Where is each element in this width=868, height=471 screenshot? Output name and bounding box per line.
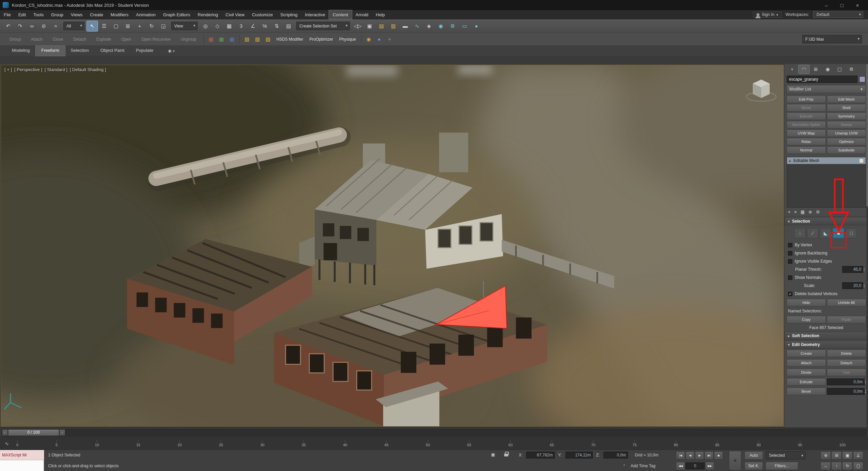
frame-tick[interactable]: 95 (798, 441, 802, 447)
close-button[interactable]: Close (48, 36, 68, 43)
field-of-view-icon[interactable]: ∠ (853, 451, 863, 459)
frame-tick[interactable]: 85 (715, 441, 719, 447)
object-name-field[interactable]: escape_granary (787, 76, 857, 83)
selection-rollout-header[interactable]: Selection (785, 217, 868, 225)
schematic-view-icon[interactable]: ◈ (423, 21, 434, 31)
viewport-menu-general[interactable]: [ + ] (4, 67, 12, 72)
spinner-arrows[interactable] (864, 284, 865, 288)
maxscript-mini-listener[interactable]: MAXScript Mi (0, 450, 44, 460)
attach-button[interactable]: Attach (26, 36, 47, 43)
shell-button[interactable]: Shell (827, 104, 866, 111)
key-filters-button[interactable]: Filters... (766, 462, 798, 470)
relax-button[interactable]: Relax (787, 138, 826, 145)
material-editor-icon[interactable]: ◉ (435, 21, 446, 31)
visibility-toggle-icon[interactable] (860, 159, 863, 163)
unhide-all-button[interactable]: Unhide All (827, 299, 866, 306)
viewport-menu-pov[interactable]: [ Perspective ] (14, 67, 42, 72)
selection-set-dropdown[interactable]: Create Selection Set (296, 22, 350, 30)
spinner-snap-icon[interactable]: ⇅ (271, 21, 282, 31)
remove-modifier-icon[interactable]: ⊗ (808, 209, 812, 214)
minimize-button[interactable]: – (818, 0, 834, 10)
bevel-amount-field[interactable]: 0,0m (827, 388, 865, 395)
frame-tick[interactable]: 40 (343, 441, 347, 447)
show-normals-checkbox[interactable] (788, 275, 792, 280)
use-pivot-center-icon[interactable]: ◎ (200, 21, 211, 31)
utilities-tab-icon[interactable]: ⚙ (846, 65, 857, 74)
menu-item[interactable]: Tools (29, 10, 47, 19)
spinner-arrows[interactable] (865, 389, 866, 393)
frame-tick[interactable]: 70 (591, 441, 595, 447)
by-vertex-checkbox[interactable] (788, 243, 792, 247)
modifier-icon-1[interactable]: ▦ (206, 35, 216, 44)
z-coordinate-field[interactable]: 0,0m (604, 452, 628, 458)
character-icon[interactable]: ◉ (364, 35, 373, 44)
modifier-icon-2[interactable]: ▦ (217, 35, 226, 44)
extrude-modifier-button[interactable]: Extrude (787, 112, 826, 120)
frame-tick[interactable]: 75 (633, 441, 637, 447)
frame-tick[interactable]: 15 (136, 441, 140, 447)
maximize-viewport-icon[interactable]: ▢ (853, 462, 863, 470)
menu-item[interactable]: Content (329, 10, 352, 19)
set-key-button[interactable]: Set K. (745, 462, 763, 470)
vertex-subobject-button[interactable]: ∴ (794, 228, 806, 238)
frame-tick[interactable]: 25 (219, 441, 223, 447)
previous-frame-nub[interactable]: ‹ (2, 429, 8, 436)
configure-modifier-sets-icon[interactable]: ⚙ (816, 209, 820, 214)
select-and-move-icon[interactable]: + (134, 21, 145, 31)
perspective-viewport[interactable]: [ + ] [ Perspective ] [ Standard ] [ Def… (1, 65, 784, 427)
frame-tick[interactable]: 90 (756, 441, 761, 447)
menu-item[interactable]: Interactive (301, 10, 329, 19)
frame-tick[interactable]: 100 (839, 441, 845, 447)
spinner-arrows[interactable] (864, 267, 865, 271)
menu-item[interactable]: Help (372, 10, 389, 19)
frame-tick[interactable]: 35 (302, 441, 306, 447)
optimize-button[interactable]: Optimize (827, 138, 866, 145)
edit-geometry-rollout-header[interactable]: Edit Geometry (785, 341, 868, 349)
modifier-icon-3[interactable]: ▦ (228, 35, 237, 44)
stack-item-editable-mesh[interactable]: ▸ Editable Mesh (787, 157, 866, 164)
normal-button[interactable]: Normal (787, 146, 826, 154)
explode-button[interactable]: Explode (92, 36, 116, 43)
maxscript-listener-line[interactable] (0, 460, 44, 471)
object-color-swatch[interactable] (859, 76, 865, 82)
face-subobject-button[interactable]: ◣ (820, 228, 831, 238)
detach-button[interactable]: Detach (68, 36, 91, 43)
zoom-all-icon[interactable]: ⊞ (831, 451, 842, 459)
undo-icon[interactable]: ↶ (3, 21, 14, 31)
next-frame-nub[interactable]: › (59, 429, 65, 436)
create-button[interactable]: Create (787, 350, 826, 357)
set-keys-button[interactable]: + (729, 451, 741, 470)
close-button[interactable]: × (850, 0, 865, 10)
attach-geometry-button[interactable]: Attach (787, 359, 826, 367)
symmetry-button[interactable]: Symmetry (827, 112, 866, 120)
edit-poly-button[interactable]: Edit Poly (787, 96, 826, 103)
menu-item[interactable]: Group (47, 10, 67, 19)
menu-item[interactable]: Graph Editors (159, 10, 194, 19)
menu-item[interactable]: Arnold (352, 10, 372, 19)
frame-tick[interactable]: 5 (56, 441, 58, 447)
render-setup-icon[interactable]: ⚙ (447, 21, 458, 31)
frame-tick[interactable]: 10 (95, 441, 99, 447)
pin-stack-icon[interactable]: ⌖ (788, 209, 790, 215)
viewport-3d-scene[interactable] (1, 65, 784, 426)
scene-explorer-icon[interactable]: ▤ (376, 21, 387, 31)
auto-key-button[interactable]: Auto (745, 451, 763, 459)
workspace-select[interactable]: Default (813, 11, 863, 18)
previous-frame-button[interactable]: ◀ (686, 451, 694, 459)
previous-key-button[interactable]: ◀◀ (676, 462, 685, 470)
element-subobject-button[interactable]: □ (846, 228, 857, 238)
menu-item[interactable]: Animation (132, 10, 159, 19)
align-icon[interactable]: ▣ (364, 21, 375, 31)
snaps-toggle-icon[interactable]: 3 (236, 21, 246, 31)
polygon-subobject-button[interactable]: ■ (833, 228, 844, 238)
rendered-frame-icon[interactable]: ▭ (459, 21, 470, 31)
zoom-extents-icon[interactable]: ▣ (842, 451, 852, 459)
menu-item[interactable]: Civil View (222, 10, 248, 19)
menu-item[interactable]: Views (67, 10, 86, 19)
pan-view-icon[interactable]: ↔ (821, 462, 831, 470)
physique-button[interactable]: Physique (336, 36, 358, 43)
y-coordinate-field[interactable]: 174,11m (566, 452, 593, 458)
named-selection-sets-icon[interactable]: ▤ (283, 21, 294, 31)
planar-threshold-field[interactable]: 45,0 (842, 266, 863, 273)
modifier-icon-5[interactable]: ▨ (253, 35, 262, 44)
